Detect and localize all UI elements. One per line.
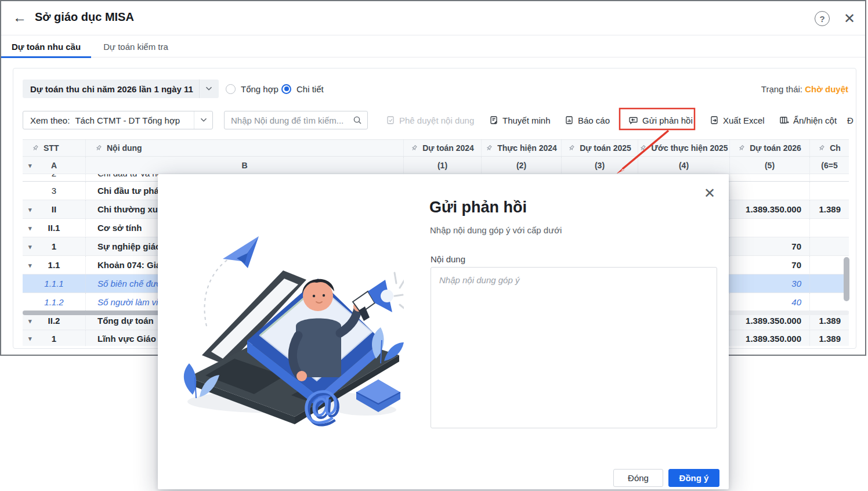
period-dropdown-value: Dự toán thu chi năm 2026 lần 1 ngày 11 bbox=[30, 84, 193, 94]
tab-du-toan-kiem-tra[interactable]: Dự toán kiểm tra bbox=[93, 36, 179, 57]
approve-content-button[interactable]: Phê duyệt nội dung bbox=[386, 111, 474, 129]
header-stt[interactable]: STT bbox=[23, 140, 86, 157]
modal-title: Gửi phản hồi bbox=[429, 198, 527, 216]
pin-icon[interactable] bbox=[818, 145, 825, 151]
table-header-row: STT Nội dung Dự toán 2024 Thực hiện 2024… bbox=[23, 139, 849, 157]
content-field-label: Nội dung bbox=[431, 254, 465, 264]
collapse-all-icon[interactable]: ▾ bbox=[28, 161, 32, 169]
header-noi-dung[interactable]: Nội dung bbox=[86, 140, 404, 157]
radio-tong-hop[interactable]: Tổng hợp bbox=[226, 81, 279, 97]
screen: { "window": { "title": "Sở giáo dục MISA… bbox=[0, 0, 868, 491]
modal-close-icon[interactable]: ✕ bbox=[701, 185, 718, 202]
report-icon bbox=[565, 115, 574, 125]
header-uoc-thuc-hien-2025[interactable]: Ước thực hiện 2025 bbox=[638, 140, 730, 157]
chevron-down-icon bbox=[199, 80, 219, 98]
note-icon bbox=[489, 115, 498, 125]
caret-icon[interactable]: ▾ bbox=[28, 330, 32, 346]
radio-tong-hop-label: Tổng hợp bbox=[241, 84, 279, 94]
caret-icon[interactable]: ▾ bbox=[28, 261, 32, 269]
gui-phan-hoi-modal: ✕ Gửi phản hồi Nhập nội dung góp ý với c… bbox=[158, 174, 729, 489]
gui-phan-hoi-button[interactable]: Gửi phản hồi bbox=[628, 111, 693, 129]
an-hien-cot-button[interactable]: Ẩn/hiện cột bbox=[779, 111, 837, 129]
at-symbol-icon: @ @ bbox=[299, 381, 345, 429]
gui-phan-hoi-label: Gửi phản hồi bbox=[642, 115, 693, 125]
period-dropdown[interactable]: Dự toán thu chi năm 2026 lần 1 ngày 11 bbox=[23, 80, 219, 98]
an-hien-cot-label: Ẩn/hiện cột bbox=[793, 115, 837, 125]
status: Trạng thái: Chờ duyệt bbox=[761, 84, 848, 94]
pin-icon[interactable] bbox=[568, 145, 575, 151]
app-header: ← Sở giáo dục MISA ? ✕ bbox=[1, 1, 865, 35]
caret-icon[interactable]: ▾ bbox=[28, 243, 32, 250]
tab-du-toan-nhu-cau[interactable]: Dự toán nhu cầu bbox=[1, 36, 91, 57]
radio-chi-tiet-label: Chi tiết bbox=[296, 84, 324, 94]
bao-cao-label: Báo cáo bbox=[578, 115, 610, 125]
thuyet-minh-button[interactable]: Thuyết minh bbox=[489, 111, 551, 129]
back-arrow-icon[interactable]: ← bbox=[10, 8, 29, 27]
page-title: Sở giáo dục MISA bbox=[35, 10, 134, 24]
modal-subtitle: Nhập nội dung góp ý với cấp dưới bbox=[430, 225, 562, 235]
radio-chi-tiet[interactable]: Chi tiết bbox=[281, 81, 324, 97]
approve-icon bbox=[386, 115, 395, 125]
pin-icon[interactable] bbox=[738, 145, 745, 151]
feedback-icon bbox=[628, 115, 638, 125]
bao-cao-button[interactable]: Báo cáo bbox=[565, 111, 610, 129]
pin-icon[interactable] bbox=[411, 145, 418, 151]
chevron-down-icon bbox=[194, 111, 212, 129]
confirm-button[interactable]: Đồng ý bbox=[668, 469, 719, 487]
cancel-button[interactable]: Đóng bbox=[613, 469, 663, 487]
overflow-label: Đ bbox=[847, 115, 853, 125]
view-by-select[interactable]: Xem theo: Tách CTMT - DT Tổng hợp bbox=[23, 111, 213, 129]
search-input[interactable] bbox=[225, 112, 353, 128]
status-label: Trạng thái: bbox=[761, 84, 805, 94]
radio-off-icon bbox=[226, 84, 236, 94]
search-icon[interactable] bbox=[353, 115, 362, 125]
pin-icon[interactable] bbox=[639, 145, 646, 151]
header-du-toan-2024[interactable]: Dự toán 2024 bbox=[404, 140, 482, 157]
xuat-excel-button[interactable]: Xuất Excel bbox=[710, 111, 765, 129]
search-box bbox=[224, 111, 368, 129]
svg-text:@: @ bbox=[299, 381, 342, 428]
view-by-value: Tách CTMT - DT Tổng hợp bbox=[75, 115, 180, 125]
approve-content-label: Phê duyệt nội dung bbox=[399, 115, 474, 125]
view-by-label: Xem theo: bbox=[30, 115, 70, 125]
pin-icon[interactable] bbox=[32, 145, 39, 151]
help-icon[interactable]: ? bbox=[815, 11, 830, 26]
pin-icon[interactable] bbox=[95, 145, 102, 151]
status-badge: Chờ duyệt bbox=[805, 84, 848, 94]
megaphone-icon bbox=[353, 273, 404, 321]
caret-icon[interactable]: ▾ bbox=[28, 205, 32, 213]
table-subheader-row: ▾A B (1) (2) (3) (4) (5) (6=5 bbox=[23, 157, 849, 174]
export-icon bbox=[710, 115, 719, 125]
header-du-toan-2026[interactable]: Dự toán 2026 bbox=[730, 140, 810, 157]
header-thuc-hien-2024[interactable]: Thực hiện 2024 bbox=[482, 140, 562, 157]
header-chenh-lech-partial[interactable]: Ch bbox=[810, 140, 849, 157]
pin-icon[interactable] bbox=[486, 145, 493, 151]
vertical-scrollbar-thumb[interactable] bbox=[844, 257, 849, 301]
xuat-excel-label: Xuất Excel bbox=[723, 115, 765, 125]
thuyet-minh-label: Thuyết minh bbox=[502, 115, 551, 125]
dashed-path bbox=[204, 255, 236, 326]
caret-icon[interactable]: ▾ bbox=[28, 317, 32, 324]
feedback-textarea[interactable] bbox=[431, 267, 717, 428]
radio-on-icon bbox=[281, 84, 291, 94]
window-close-icon[interactable]: ✕ bbox=[841, 10, 858, 27]
header-du-toan-2025[interactable]: Dự toán 2025 bbox=[562, 140, 638, 157]
paper-plane-icon bbox=[223, 236, 259, 268]
caret-icon[interactable]: ▾ bbox=[28, 224, 32, 232]
feedback-illustration: @ @ bbox=[172, 203, 404, 429]
tabbar: Dự toán nhu cầu Dự toán kiểm tra bbox=[1, 36, 865, 57]
overflow-button-partial[interactable]: Đ bbox=[847, 111, 853, 129]
columns-icon bbox=[779, 115, 789, 125]
